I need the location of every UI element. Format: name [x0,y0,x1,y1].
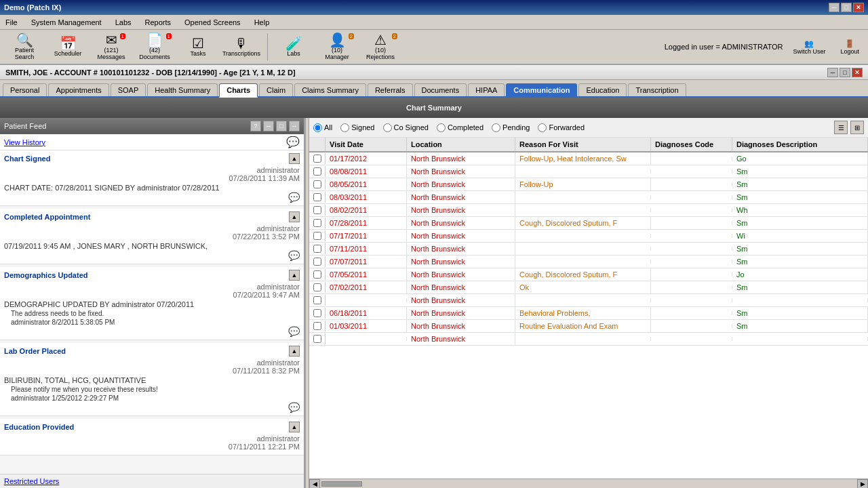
table-row[interactable]: 07/17/2011 North Brunswick Wi [309,230,868,243]
demographics-comment-button[interactable]: 💬 [288,326,300,337]
row-checkbox-2[interactable] [309,179,326,190]
cell-date-2[interactable]: 08/05/2011 [326,178,407,190]
table-row[interactable]: 07/07/2011 North Brunswick Sm [309,256,868,268]
cell-date-4[interactable]: 08/02/2011 [326,204,407,216]
row-check-input-14[interactable] [313,335,321,343]
row-checkbox-11[interactable] [309,295,326,306]
feed-help-button[interactable]: ? [250,121,261,131]
patient-close-button[interactable]: ✕ [852,68,863,77]
tab-communication[interactable]: Communication [506,83,577,96]
grid-list-view-button[interactable]: ☰ [834,121,848,134]
transcriptions-button[interactable]: 🎙 Transcriptions [221,31,262,62]
row-check-input-8[interactable] [313,258,321,266]
tab-education[interactable]: Education [578,83,627,96]
row-checkbox-7[interactable] [309,243,326,254]
tab-personal[interactable]: Personal [3,83,47,96]
row-checkbox-13[interactable] [309,321,326,331]
table-row[interactable]: 07/05/2011 North Brunswick Cough, Discol… [309,268,868,281]
row-checkbox-3[interactable] [309,192,326,203]
table-row[interactable]: 08/05/2011 North Brunswick Follow-Up Sm [309,178,868,191]
row-checkbox-10[interactable] [309,282,326,293]
row-checkbox-1[interactable] [309,166,326,177]
tab-claim[interactable]: Claim [259,83,293,96]
scheduler-button[interactable]: 📅 Scheduler [47,31,88,62]
scrollbar-thumb[interactable] [321,481,362,487]
completed-appointment-collapse[interactable]: ▲ [289,211,300,222]
cell-date-3[interactable]: 08/03/2011 [326,191,407,203]
radio-pending-input[interactable] [492,123,500,132]
radio-forwarded-input[interactable] [538,123,547,132]
patient-minimize-button[interactable]: ─ [827,68,838,77]
menu-help[interactable]: Help [252,17,273,28]
table-row[interactable]: 01/03/2011 North Brunswick Routine Evalu… [309,320,868,333]
menu-opened-screens[interactable]: Opened Screens [182,17,243,28]
table-row[interactable]: 07/28/2011 North Brunswick Cough, Discol… [309,217,868,230]
tab-soap[interactable]: SOAP [111,83,146,96]
menu-labs[interactable]: Labs [113,17,134,28]
cell-date-13[interactable]: 01/03/2011 [326,320,407,332]
tab-hipaa[interactable]: HIPAA [468,83,505,96]
radio-cosigned-input[interactable] [383,123,392,132]
cell-date-8[interactable]: 07/07/2011 [326,256,407,268]
switch-user-button[interactable]: 👥 Switch User [788,37,830,57]
education-collapse[interactable]: ▲ [289,422,300,432]
feed-expand-button[interactable]: □ [276,121,287,131]
demographics-collapse[interactable]: ▲ [289,270,300,281]
restricted-users-link[interactable]: Restricted Users [4,477,59,485]
radio-signed-input[interactable] [340,123,349,132]
cell-date-7[interactable]: 07/11/2011 [326,243,407,255]
table-row[interactable]: 08/08/2011 North Brunswick Sm [309,165,868,178]
row-check-input-2[interactable] [313,180,321,188]
table-row[interactable]: North Brunswick [309,333,868,346]
patient-search-button[interactable]: 🔍 PatientSearch [4,31,45,62]
row-check-input-12[interactable] [313,309,321,317]
cell-date-0[interactable]: 01/17/2012 [326,152,407,165]
cell-date-1[interactable]: 08/08/2011 [326,165,407,178]
lab-order-collapse[interactable]: ▲ [289,346,300,357]
radio-all-input[interactable] [313,123,322,132]
manager-button[interactable]: 👤 2 (10)Manager [317,31,357,62]
patient-restore-button[interactable]: □ [840,68,850,77]
tab-referrals[interactable]: Referrals [368,83,413,96]
row-check-input-3[interactable] [313,193,321,201]
tasks-button[interactable]: ☑ Tasks [178,31,218,62]
table-row[interactable]: North Brunswick [309,294,868,307]
chart-signed-collapse[interactable]: ▲ [289,153,300,164]
cell-date-9[interactable]: 07/05/2011 [326,268,407,281]
tab-documents[interactable]: Documents [414,83,467,96]
lab-order-comment-button[interactable]: 💬 [288,402,300,413]
cell-date-6[interactable]: 07/17/2011 [326,230,407,242]
row-checkbox-14[interactable] [309,333,326,344]
row-check-input-7[interactable] [313,245,321,253]
row-checkbox-9[interactable] [309,269,326,280]
menu-file[interactable]: File [3,17,20,28]
scroll-right-button[interactable]: ▶ [857,479,868,489]
cell-date-5[interactable]: 07/28/2011 [326,217,407,229]
row-checkbox-12[interactable] [309,308,326,319]
row-check-input-1[interactable] [313,167,321,176]
table-row[interactable]: 07/11/2011 North Brunswick Sm [309,243,868,256]
table-row[interactable]: 08/02/2011 North Brunswick Wh [309,204,868,217]
messages-button[interactable]: ✉ 1 (121)Messages [91,31,132,62]
completed-appointment-comment-button[interactable]: 💬 [288,250,300,261]
cell-date-14[interactable] [326,337,407,341]
row-check-input-13[interactable] [313,322,321,330]
cell-date-10[interactable]: 07/02/2011 [326,281,407,293]
chart-signed-comment-button[interactable]: 💬 [288,192,300,203]
feed-restore-button[interactable]: ↔ [289,121,300,131]
table-row[interactable]: 07/02/2011 North Brunswick Ok Sm [309,281,868,294]
rejections-button[interactable]: ⚠ 2 (10)Rejections [360,31,401,62]
tab-health-summary[interactable]: Health Summary [147,83,218,96]
row-checkbox-8[interactable] [309,256,326,267]
tab-transcription[interactable]: Transcription [628,83,686,96]
feed-minimize-button[interactable]: ─ [263,121,274,131]
feed-add-button[interactable]: 💬 [286,136,300,148]
row-check-input-4[interactable] [313,206,321,214]
maximize-button[interactable]: □ [841,3,852,12]
grid-detail-view-button[interactable]: ⊞ [850,121,864,134]
documents-button[interactable]: 📄 1 (42)Documents [134,31,175,62]
row-check-input-11[interactable] [313,296,321,304]
tab-charts[interactable]: Charts [219,83,258,98]
row-checkbox-0[interactable] [309,153,326,164]
row-check-input-5[interactable] [313,219,321,227]
